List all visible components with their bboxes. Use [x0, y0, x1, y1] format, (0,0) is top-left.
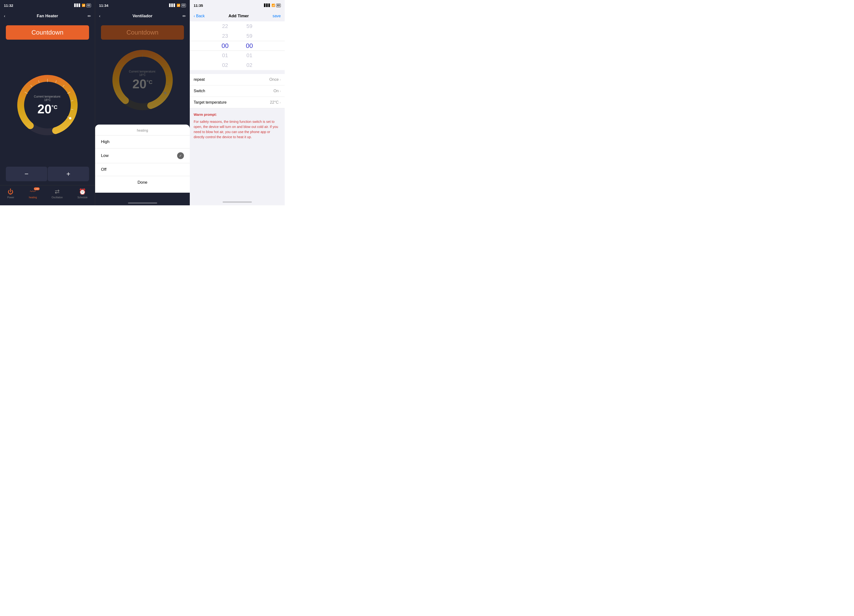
increase-temp-button[interactable]: +: [48, 167, 89, 181]
minutes-below2: 02: [242, 60, 257, 70]
minutes-selected[interactable]: 00: [242, 41, 257, 50]
current-temp-2: Current temperature: 18°C: [127, 70, 159, 77]
bottom-nav-1: ⏻ Power 〰 Low heating ⇄ Oscillation ⏰ Sc…: [0, 185, 95, 205]
dial-wrapper-2: Current temperature: 18°C 20°C: [111, 49, 174, 112]
hours-below: 01: [218, 50, 232, 60]
nav-item-power[interactable]: ⏻ Power: [7, 188, 14, 199]
status-icons-1: ▋▋▋ 📶 83: [74, 4, 91, 7]
warm-prompt-text: For safety reasons, the timing function …: [194, 119, 281, 140]
temp-unit-1: °C: [52, 104, 58, 110]
target-temp-label: Target temperature: [194, 100, 227, 105]
hours-below2: 02: [218, 60, 232, 70]
minutes-above: 59: [242, 21, 257, 31]
switch-row[interactable]: Switch On ›: [190, 85, 285, 97]
set-temp-1: 20°C: [32, 103, 63, 115]
repeat-chevron-icon: ›: [279, 78, 281, 81]
signal-icon-2: ▋▋▋: [169, 4, 176, 7]
minutes-below: 01: [242, 50, 257, 60]
nav-bar-3: ‹ Back Add Timer save: [190, 11, 285, 21]
nav-item-schedule[interactable]: ⏰ Schedule: [77, 188, 88, 199]
wifi-icon-1: 📶: [82, 4, 85, 7]
target-temp-value: 22°C ›: [270, 100, 281, 105]
thermostat-dial-2: Current temperature: 18°C 20°C: [95, 44, 190, 116]
battery-1: 83: [86, 4, 91, 7]
decrease-temp-button[interactable]: −: [6, 167, 47, 181]
dial-center-2: Current temperature: 18°C 20°C: [127, 70, 159, 90]
back-button-2[interactable]: ‹: [99, 14, 101, 18]
status-bar-3: 11:35 ▋▋▋ 📶 83: [190, 0, 285, 11]
nav-label-oscillation: Oscillation: [52, 196, 63, 199]
sheet-item-low[interactable]: Low ✓: [95, 148, 190, 163]
warm-prompt-title: Warm prompt:: [194, 112, 281, 117]
check-icon: ✓: [177, 152, 184, 159]
nav-item-heating[interactable]: 〰 Low heating: [29, 188, 37, 199]
back-chevron-icon: ‹: [194, 14, 196, 18]
panel-add-timer: 11:35 ▋▋▋ 📶 83 ‹ Back Add Timer save 22 …: [190, 0, 285, 205]
done-button[interactable]: Done: [95, 176, 190, 189]
hours-above: 22: [218, 21, 232, 31]
page-title-1: Fan Heater: [37, 14, 58, 18]
time-1: 11:32: [4, 3, 13, 8]
thermostat-dial-1: Current temperature: 18°C 20°C: [0, 44, 95, 167]
set-temp-2: 20°C: [127, 78, 159, 90]
nav-label-power: Power: [7, 196, 14, 199]
temp-controls-1: − +: [6, 167, 89, 181]
status-icons-3: ▋▋▋ 📶 83: [264, 4, 281, 7]
heating-badge-container: 〰 Low: [30, 188, 36, 195]
target-temp-chevron-icon: ›: [279, 101, 281, 104]
target-temp-row[interactable]: Target temperature 22°C ›: [190, 97, 285, 108]
oscillation-icon: ⇄: [55, 188, 59, 195]
panel-fan-heater: 11:32 ▋▋▋ 📶 83 ‹ Fan Heater ✏ Countdown: [0, 0, 95, 205]
minutes-picker[interactable]: 59 59 00 01 02: [242, 21, 257, 70]
minutes-above-val: 59: [242, 31, 257, 41]
nav-label-heating: heating: [29, 196, 37, 199]
dial-center-1: Current temperature: 18°C 20°C: [32, 95, 63, 115]
current-temp-1: Current temperature: 18°C: [32, 95, 63, 102]
signal-icon-1: ▋▋▋: [74, 4, 81, 7]
page-title-3: Add Timer: [229, 14, 249, 18]
heating-badge: Low: [34, 188, 40, 190]
hours-selected[interactable]: 00: [218, 41, 232, 50]
nav-bar-1: ‹ Fan Heater ✏: [0, 11, 95, 21]
status-bar-1: 11:32 ▋▋▋ 📶 83: [0, 0, 95, 11]
status-bar-2: 11:34 ▋▋▋ 📶 83: [95, 0, 190, 11]
time-2: 11:34: [99, 3, 108, 8]
status-icons-2: ▋▋▋ 📶 83: [169, 4, 186, 7]
nav-item-oscillation[interactable]: ⇄ Oscillation: [52, 188, 63, 199]
sheet-item-off[interactable]: Off: [95, 163, 190, 176]
battery-2: 83: [181, 4, 186, 7]
warm-prompt: Warm prompt: For safety reasons, the tim…: [194, 112, 281, 140]
back-button-1[interactable]: ‹: [4, 14, 5, 18]
wifi-icon-3: 📶: [271, 4, 275, 7]
hours-picker[interactable]: 22 23 00 01 02: [218, 21, 232, 70]
save-button[interactable]: save: [273, 14, 281, 18]
nav-label-schedule: Schedule: [77, 196, 88, 199]
wifi-icon-2: 📶: [177, 4, 180, 7]
edit-icon-1[interactable]: ✏: [88, 14, 91, 19]
edit-icon-2[interactable]: ✏: [183, 14, 186, 19]
signal-icon-3: ▋▋▋: [264, 4, 271, 7]
schedule-icon: ⏰: [79, 188, 86, 195]
sheet-title: heating: [95, 128, 190, 136]
heating-bottom-sheet: heating High Low ✓ Off Done: [95, 125, 190, 193]
time-picker[interactable]: 22 23 00 01 02 59 59 00 01 02: [190, 21, 285, 70]
timer-settings: repeat Once › Switch On › Target tempera…: [190, 74, 285, 108]
countdown-button-2[interactable]: Countdown: [101, 25, 184, 40]
repeat-row[interactable]: repeat Once ›: [190, 74, 285, 85]
power-icon: ⏻: [8, 188, 14, 195]
switch-chevron-icon: ›: [279, 89, 281, 93]
battery-3: 83: [276, 4, 281, 7]
home-indicator-2: [95, 200, 190, 205]
repeat-label: repeat: [194, 77, 204, 82]
page-title-2: Ventilador: [133, 14, 152, 18]
countdown-button-1[interactable]: Countdown: [6, 25, 89, 40]
switch-label: Switch: [194, 89, 205, 93]
hours-above-selected: 23: [218, 31, 232, 41]
dial-wrapper-1: Current temperature: 18°C 20°C: [16, 73, 79, 137]
sheet-item-high[interactable]: High: [95, 136, 190, 148]
repeat-value: Once ›: [269, 77, 281, 82]
picker-divider-bottom: [190, 50, 285, 51]
home-bar-3: [223, 201, 252, 203]
back-button-3[interactable]: ‹ Back: [194, 14, 204, 18]
switch-value: On ›: [273, 89, 281, 93]
